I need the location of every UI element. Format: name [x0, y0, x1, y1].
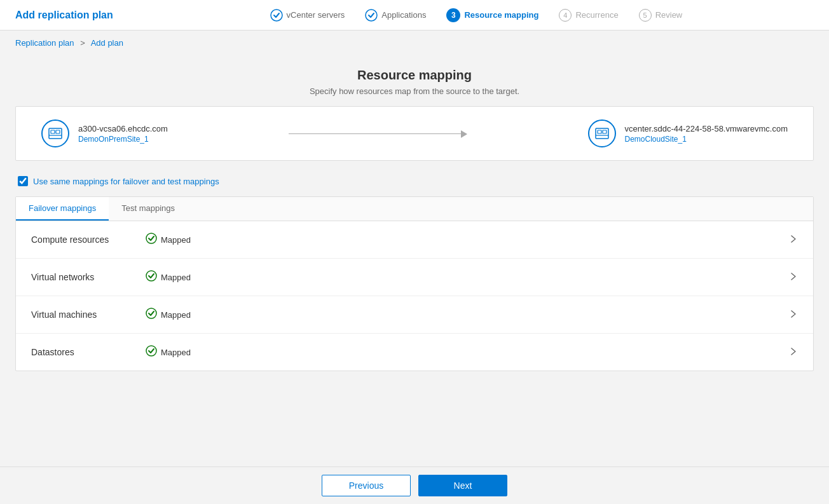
svg-point-1 — [366, 10, 377, 21]
page-title-section: Resource mapping Specify how resources m… — [15, 55, 814, 106]
svg-rect-8 — [603, 130, 606, 133]
datastores-chevron-icon — [789, 347, 798, 358]
source-site-icon — [41, 119, 69, 147]
virtual-machines-chevron-icon — [789, 310, 798, 320]
mapping-row-virtual-networks[interactable]: Virtual networks Mapped — [16, 259, 813, 296]
tabs-header: Failover mappings Test mappings — [16, 197, 813, 221]
wizard-step-review[interactable]: 5 Review — [629, 9, 693, 22]
header: Add replication plan vCenter servers App… — [0, 0, 829, 31]
same-mappings-checkbox-row: Use same mappings for failover and test … — [15, 176, 814, 186]
page-title: Resource mapping — [15, 68, 814, 83]
step3-label: Resource mapping — [464, 10, 538, 20]
page-subtitle: Specify how resources map from the sourc… — [15, 86, 814, 96]
mapping-row-compute-resources[interactable]: Compute resources Mapped — [16, 221, 813, 259]
target-site-icon — [588, 119, 616, 147]
wizard-step-resource-mapping[interactable]: 3 Resource mapping — [436, 8, 549, 22]
svg-rect-7 — [598, 130, 601, 133]
step2-check-icon — [365, 9, 378, 22]
breadcrumb-parent-link[interactable]: Replication plan — [15, 38, 74, 48]
page-header-title: Add replication plan — [15, 10, 113, 21]
tab-failover-mappings[interactable]: Failover mappings — [16, 197, 109, 221]
virtual-networks-status-text: Mapped — [161, 273, 191, 282]
wizard-steps: vCenter servers Applications 3 Resource … — [139, 8, 814, 22]
step5-num-icon: 5 — [639, 9, 652, 22]
virtual-networks-label: Virtual networks — [31, 272, 146, 282]
svg-rect-4 — [56, 130, 60, 133]
source-site-link[interactable]: DemoOnPremSite_1 — [78, 135, 149, 144]
compute-resources-status-text: Mapped — [161, 235, 191, 245]
breadcrumb-separator: > — [80, 38, 85, 48]
tab-test-mappings[interactable]: Test mappings — [109, 197, 188, 221]
wizard-step-vcenter-servers[interactable]: vCenter servers — [260, 9, 355, 22]
datastores-label: Datastores — [31, 347, 146, 357]
compute-resources-label: Compute resources — [31, 235, 146, 245]
virtual-machines-check-icon — [146, 308, 157, 322]
source-site-details: a300-vcsa06.ehcdc.com DemoOnPremSite_1 — [78, 124, 168, 144]
step5-label: Review — [655, 10, 683, 20]
step1-label: vCenter servers — [287, 10, 345, 20]
source-name: a300-vcsa06.ehcdc.com — [78, 124, 168, 133]
virtual-machines-status: Mapped — [146, 308, 789, 322]
target-site-link[interactable]: DemoCloudSite_1 — [625, 135, 687, 144]
breadcrumb: Replication plan > Add plan — [0, 31, 829, 55]
virtual-machines-label: Virtual machines — [31, 310, 146, 320]
wizard-step-applications[interactable]: Applications — [355, 9, 436, 22]
compute-resources-chevron-icon — [789, 235, 798, 245]
virtual-networks-status: Mapped — [146, 270, 789, 284]
same-mappings-checkbox[interactable] — [18, 176, 28, 186]
same-mappings-label[interactable]: Use same mappings for failover and test … — [33, 177, 219, 186]
svg-point-11 — [146, 271, 156, 281]
arrow-line — [289, 133, 467, 134]
svg-point-13 — [146, 346, 156, 356]
step3-active-icon: 3 — [446, 8, 460, 22]
svg-point-10 — [146, 233, 156, 243]
source-target-card: a300-vcsa06.ehcdc.com DemoOnPremSite_1 v… — [15, 106, 814, 161]
svg-point-0 — [271, 10, 282, 21]
target-name: vcenter.sddc-44-224-58-58.vmwarevmc.com — [625, 124, 788, 133]
virtual-networks-chevron-icon — [789, 272, 798, 283]
svg-point-12 — [146, 308, 156, 318]
datastores-check-icon — [146, 345, 157, 359]
virtual-machines-status-text: Mapped — [161, 310, 191, 320]
virtual-networks-check-icon — [146, 270, 157, 284]
step2-label: Applications — [381, 10, 426, 20]
source-site-info: a300-vcsa06.ehcdc.com DemoOnPremSite_1 — [41, 119, 168, 147]
arrow-container — [168, 133, 588, 134]
mapping-row-virtual-machines[interactable]: Virtual machines Mapped — [16, 296, 813, 334]
datastores-status-text: Mapped — [161, 348, 191, 357]
tabs-container: Failover mappings Test mappings Compute … — [15, 196, 814, 371]
datastores-status: Mapped — [146, 345, 789, 359]
wizard-step-recurrence[interactable]: 4 Recurrence — [549, 9, 628, 22]
svg-rect-3 — [51, 130, 55, 133]
mapping-row-datastores[interactable]: Datastores Mapped — [16, 334, 813, 371]
breadcrumb-current: Add plan — [91, 38, 123, 48]
step4-num-icon: 4 — [559, 9, 572, 22]
main-content: Resource mapping Specify how resources m… — [0, 55, 829, 422]
step1-check-icon — [270, 9, 283, 22]
step4-label: Recurrence — [575, 10, 618, 20]
compute-resources-check-icon — [146, 233, 157, 247]
compute-resources-status: Mapped — [146, 233, 789, 247]
target-site-info: vcenter.sddc-44-224-58-58.vmwarevmc.com … — [588, 119, 788, 147]
target-site-details: vcenter.sddc-44-224-58-58.vmwarevmc.com … — [625, 124, 788, 144]
